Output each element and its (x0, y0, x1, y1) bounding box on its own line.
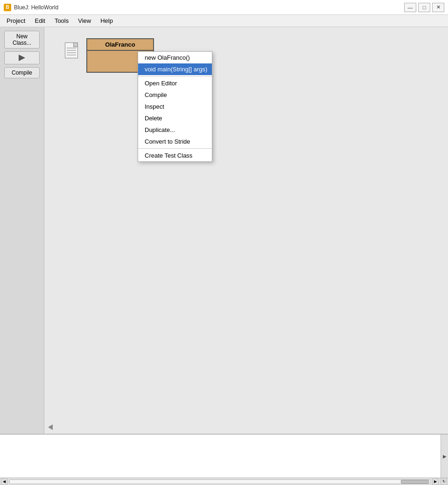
class-box-header: OlaFranco (87, 39, 153, 51)
bottom-panel: ▶ ◀ ▶ ↻ (0, 434, 448, 485)
file-line (67, 48, 76, 48)
file-icon-lines (67, 48, 76, 57)
bottom-scroll-right[interactable]: ▶ (441, 435, 448, 478)
context-menu-item-inspect[interactable]: Inspect (138, 101, 212, 112)
file-icon-area (63, 40, 80, 61)
title-bar-left: B BlueJ: HelloWorld (4, 4, 58, 11)
file-line (67, 52, 76, 53)
menu-project[interactable]: Project (2, 16, 30, 25)
file-icon (65, 42, 78, 58)
context-menu-item-new[interactable]: new OlaFranco() (138, 52, 212, 63)
compile-button[interactable]: Compile (4, 67, 40, 78)
context-menu-divider-2 (138, 148, 212, 149)
new-class-button[interactable]: New Class... (4, 31, 40, 48)
scroll-right-button[interactable]: ▶ (432, 478, 439, 485)
sidebar: New Class... Compile (0, 27, 44, 434)
bottom-panel-content: ▶ (0, 435, 448, 478)
close-button[interactable]: ✕ (432, 3, 444, 12)
menu-edit[interactable]: Edit (30, 16, 49, 25)
window-title: BlueJ: HelloWorld (14, 4, 58, 11)
scrollbar-track[interactable] (9, 479, 430, 484)
context-menu-item-main[interactable]: void main(String[] args) (138, 63, 212, 75)
menu-tools[interactable]: Tools (50, 16, 73, 25)
context-menu-item-stride[interactable]: Convert to Stride (138, 136, 212, 147)
arrow-icon (19, 55, 25, 61)
scroll-refresh-button[interactable]: ↻ (441, 478, 447, 485)
maximize-button[interactable]: □ (418, 3, 430, 12)
canvas-scroll-left[interactable] (48, 424, 53, 430)
file-line (67, 55, 76, 55)
bottom-scrollbar-row: ◀ ▶ ↻ (0, 478, 448, 485)
context-menu-item-delete[interactable]: Delete (138, 112, 212, 124)
menu-bar: Project Edit Tools View Help (0, 15, 448, 27)
context-menu-divider-1 (138, 76, 212, 76)
minimize-button[interactable]: — (404, 3, 416, 12)
context-menu-item-compile[interactable]: Compile (138, 89, 212, 101)
context-menu-item-test[interactable]: Create Test Class (138, 150, 212, 161)
menu-view[interactable]: View (73, 16, 96, 25)
arrow-button[interactable] (4, 51, 40, 64)
main-container: New Class... Compile OlaFranco (0, 27, 448, 434)
file-line (67, 50, 76, 51)
window-controls: — □ ✕ (404, 3, 444, 12)
menu-help[interactable]: Help (96, 16, 118, 25)
context-menu: new OlaFranco() void main(String[] args)… (138, 51, 212, 162)
title-bar: B BlueJ: HelloWorld — □ ✕ (0, 0, 448, 15)
scroll-thumb (401, 480, 429, 484)
bottom-scroll-arrow-icon: ▶ (443, 454, 447, 459)
bluej-icon: B (4, 4, 11, 11)
context-menu-item-duplicate[interactable]: Duplicate... (138, 124, 212, 136)
context-menu-item-editor[interactable]: Open Editor (138, 77, 212, 89)
canvas-area[interactable]: OlaFranco new OlaFranco() void main(Stri… (44, 27, 448, 434)
scroll-left-button[interactable]: ◀ (1, 478, 7, 485)
